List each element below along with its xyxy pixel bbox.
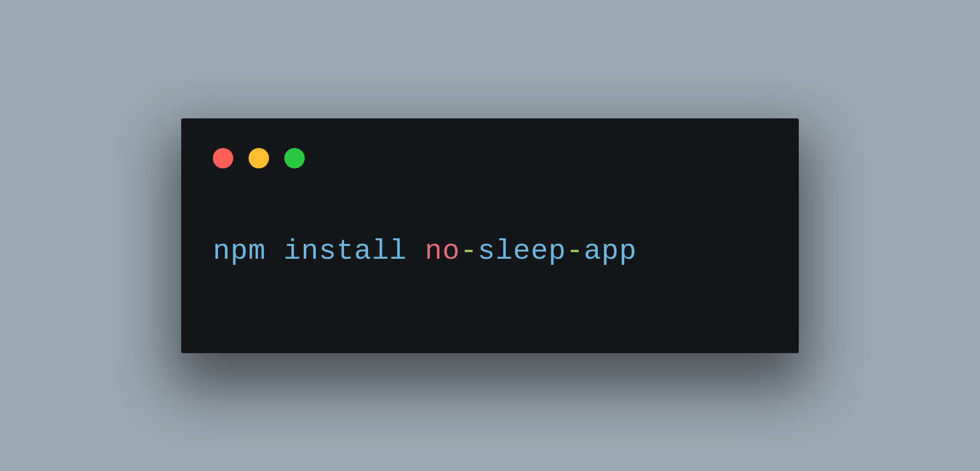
command-text: sleep [478, 235, 566, 267]
terminal-command-line: npm install no-sleep-app [213, 235, 767, 267]
traffic-lights [213, 148, 767, 168]
command-keyword: no [425, 235, 460, 267]
minimize-icon[interactable] [249, 148, 269, 168]
command-text: npm install [213, 235, 425, 267]
terminal-window: npm install no-sleep-app [181, 118, 799, 353]
command-text: app [584, 235, 637, 267]
close-icon[interactable] [213, 148, 233, 168]
maximize-icon[interactable] [284, 148, 305, 168]
command-dash: - [460, 235, 478, 267]
command-dash: - [566, 235, 584, 267]
